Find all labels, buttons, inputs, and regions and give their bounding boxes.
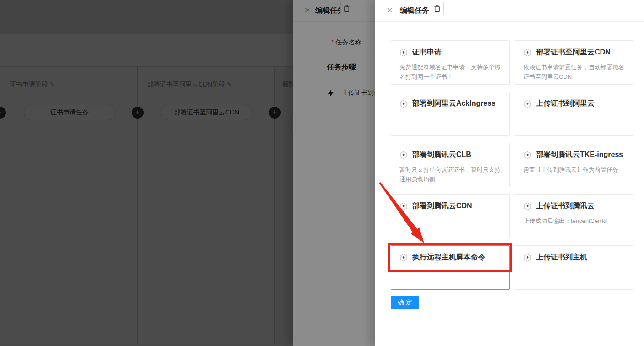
drawer-header: ✕ 编辑任务 [375, 0, 644, 22]
app-screen: 证书申请阶段✎ 证书申请任务 部署证书至阿里云CDN阶段✎ 部署证书至阿里云CD… [0, 0, 644, 346]
task-type-name: 上传证书到主机 [536, 253, 587, 262]
task-type-card[interactable]: 部署证书至阿里云CDN依赖证书申请前置任务，自动部署域名证书至阿里云CDN [515, 40, 633, 85]
task-type-name: 部署到腾讯云CLB [412, 150, 471, 160]
task-type-icon [399, 202, 408, 211]
task-type-name: 执行远程主机脚本命令 [412, 253, 485, 262]
task-type-icon [399, 49, 408, 57]
task-type-icon [399, 100, 408, 108]
task-type-name: 部署证书至阿里云CDN [536, 48, 611, 57]
task-type-icon [523, 254, 532, 262]
task-type-icon [523, 49, 532, 57]
task-type-card[interactable]: 执行远程主机脚本命令 [391, 245, 510, 290]
edit-task-drawer-front: ✕ 编辑任务 证书申请免费通配符域名证书申请，支持多个域名打到同一个证书上部署证… [375, 0, 644, 346]
task-type-card[interactable]: 部署到腾讯云CDN [391, 194, 510, 238]
task-type-card[interactable]: 上传证书到腾讯云上传成功后输出：tencentCertId [515, 194, 633, 238]
drawer-title: 编辑任务 [400, 6, 429, 16]
task-type-name: 上传证书到腾讯云 [536, 201, 595, 211]
task-type-card[interactable]: 证书申请免费通配符域名证书申请，支持多个域名打到同一个证书上 [391, 40, 510, 85]
task-type-description: 需要【上传到腾讯云】作为前置任务 [523, 165, 625, 174]
close-icon[interactable]: ✕ [387, 6, 393, 15]
confirm-button[interactable]: 确 定 [391, 296, 419, 309]
task-type-description: 依赖证书申请前置任务，自动部署域名证书至阿里云CDN [523, 62, 625, 82]
task-card-grid: 证书申请免费通配符域名证书申请，支持多个域名打到同一个证书上部署证书至阿里云CD… [391, 40, 634, 290]
task-type-icon [399, 151, 408, 159]
task-type-name: 部署到阿里云AckIngress [412, 99, 495, 108]
task-type-icon [523, 100, 532, 108]
task-type-name: 证书申请 [412, 48, 442, 57]
task-type-description: 上传成功后输出：tencentCertId [523, 216, 625, 226]
task-type-name: 上传证书到阿里云 [536, 99, 595, 108]
task-type-icon [399, 254, 408, 262]
task-type-description: 暂时只支持单向认证证书，暂时只支持通用负载均衡 [399, 165, 501, 184]
task-type-card[interactable]: 部署到腾讯云TKE-ingress需要【上传到腾讯云】作为前置任务 [515, 143, 633, 187]
task-type-icon [523, 151, 532, 159]
trash-icon [434, 5, 441, 12]
task-type-card[interactable]: 部署到阿里云AckIngress [391, 92, 510, 136]
delete-task-button[interactable] [431, 2, 444, 15]
task-type-description: 免费通配符域名证书申请，支持多个域名打到同一个证书上 [399, 62, 501, 82]
task-type-icon [523, 202, 532, 211]
task-type-name: 部署到腾讯云TKE-ingress [536, 150, 623, 160]
task-type-card[interactable]: 部署到腾讯云CLB暂时只支持单向认证证书，暂时只支持通用负载均衡 [391, 143, 510, 187]
task-type-card[interactable]: 上传证书到主机 [515, 245, 633, 290]
task-type-card[interactable]: 上传证书到阿里云 [515, 92, 633, 136]
task-type-name: 部署到腾讯云CDN [412, 201, 472, 211]
